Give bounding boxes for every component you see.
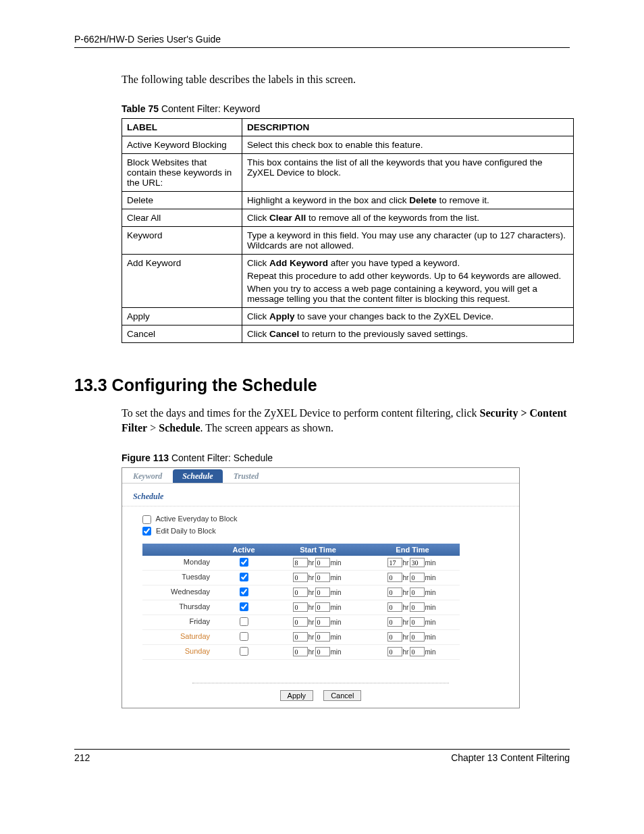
tab-schedule[interactable]: Schedule	[173, 469, 222, 483]
minute-input[interactable]	[315, 602, 330, 612]
cell-description: Click Apply to save your changes back to…	[242, 308, 574, 325]
table-caption-rest: Content Filter: Keyword	[159, 103, 260, 114]
day-label: Saturday	[142, 630, 217, 644]
section-heading: 13.3 Configuring the Schedule	[74, 375, 570, 395]
minute-input[interactable]	[410, 632, 425, 642]
day-label: Sunday	[142, 645, 217, 659]
day-active-checkbox[interactable]	[240, 558, 248, 567]
minute-input[interactable]	[410, 602, 425, 612]
col-header-start: Start Time	[271, 544, 365, 556]
hour-input[interactable]	[387, 573, 402, 582]
tab-trusted[interactable]: Trusted	[224, 469, 269, 483]
cell-description: This box contains the list of all the ke…	[242, 154, 574, 192]
minute-input[interactable]	[315, 558, 330, 567]
cell-label: Delete	[122, 192, 242, 209]
start-time-cell: hrmin	[271, 600, 365, 615]
minute-input[interactable]	[315, 632, 330, 642]
edit-daily-label[interactable]: Edit Daily to Block	[142, 527, 216, 535]
minute-input[interactable]	[315, 588, 330, 597]
section-body: To set the days and times for the ZyXEL …	[122, 406, 570, 435]
cancel-button[interactable]: Cancel	[323, 690, 361, 701]
cell-description: Type a keyword in this field. You may us…	[242, 227, 574, 255]
chapter-label: Chapter 13 Content Filtering	[451, 752, 570, 763]
hour-input[interactable]	[293, 602, 308, 612]
tab-keyword[interactable]: Keyword	[124, 469, 171, 483]
hour-input[interactable]	[387, 558, 402, 567]
day-active-checkbox[interactable]	[240, 617, 248, 626]
label-description-table: LABEL DESCRIPTION Active Keyword Blockin…	[122, 118, 574, 343]
end-time-cell: hrmin	[365, 585, 460, 600]
schedule-row: Sundayhrminhrmin	[142, 645, 460, 660]
col-header-active: Active	[217, 544, 271, 556]
cell-label: Cancel	[122, 325, 242, 343]
page-number: 212	[74, 752, 90, 763]
col-header-day	[142, 544, 217, 556]
schedule-row: Saturdayhrminhrmin	[142, 630, 460, 645]
table-row: CancelClick Cancel to return to the prev…	[122, 325, 574, 343]
schedule-screenshot: Keyword Schedule Trusted Schedule Active…	[122, 467, 520, 708]
hour-input[interactable]	[293, 647, 308, 656]
cell-description: Select this check box to enable this fea…	[242, 136, 574, 154]
end-time-cell: hrmin	[365, 571, 460, 585]
edit-daily-checkbox[interactable]	[142, 527, 151, 536]
cell-label: Apply	[122, 308, 242, 325]
table-caption: Table 75 Content Filter: Keyword	[122, 103, 570, 114]
day-label: Wednesday	[142, 585, 217, 600]
minute-input[interactable]	[410, 558, 425, 567]
schedule-row: Mondayhrminhrmin	[142, 556, 460, 571]
page-footer: 212 Chapter 13 Content Filtering	[74, 749, 570, 763]
end-time-cell: hrmin	[365, 630, 460, 644]
minute-input[interactable]	[410, 617, 425, 627]
figure-caption-rest: Content Filter: Schedule	[169, 452, 273, 463]
table-row: Active Keyword BlockingSelect this check…	[122, 136, 574, 154]
cell-label: Active Keyword Blocking	[122, 136, 242, 154]
table-row: DeleteHighlight a keyword in the box and…	[122, 192, 574, 209]
cell-label: Keyword	[122, 227, 242, 255]
doc-header: P-662H/HW-D Series User's Guide	[74, 34, 570, 48]
hour-input[interactable]	[293, 573, 308, 582]
cell-label: Add Keyword	[122, 255, 242, 308]
cell-description: Click Clear All to remove all of the key…	[242, 209, 574, 227]
hour-input[interactable]	[293, 588, 308, 597]
minute-input[interactable]	[410, 573, 425, 582]
hour-input[interactable]	[293, 632, 308, 642]
day-active-checkbox[interactable]	[240, 647, 248, 656]
day-active-checkbox[interactable]	[240, 573, 248, 581]
end-time-cell: hrmin	[365, 645, 460, 659]
minute-input[interactable]	[410, 588, 425, 597]
start-time-cell: hrmin	[271, 630, 365, 644]
col-header-end: End Time	[365, 544, 460, 556]
hour-input[interactable]	[387, 617, 402, 627]
hour-input[interactable]	[387, 632, 402, 642]
start-time-cell: hrmin	[271, 571, 365, 585]
hour-input[interactable]	[293, 558, 308, 567]
start-time-cell: hrmin	[271, 615, 365, 629]
schedule-row: Thursdayhrminhrmin	[142, 600, 460, 615]
day-active-checkbox[interactable]	[240, 602, 248, 611]
active-everyday-label[interactable]: Active Everyday to Block	[142, 515, 238, 523]
minute-input[interactable]	[315, 573, 330, 582]
minute-input[interactable]	[410, 647, 425, 656]
hour-input[interactable]	[387, 588, 402, 597]
cell-label: Block Websites that contain these keywor…	[122, 154, 242, 192]
hour-input[interactable]	[387, 647, 402, 656]
start-time-cell: hrmin	[271, 585, 365, 600]
minute-input[interactable]	[315, 617, 330, 627]
minute-input[interactable]	[315, 647, 330, 656]
apply-button[interactable]: Apply	[280, 690, 314, 701]
active-everyday-checkbox[interactable]	[142, 515, 151, 524]
hour-input[interactable]	[293, 617, 308, 627]
table-caption-bold: Table 75	[122, 103, 159, 114]
hour-input[interactable]	[387, 602, 402, 612]
divider	[192, 683, 449, 683]
day-active-checkbox[interactable]	[240, 588, 248, 596]
table-row: Block Websites that contain these keywor…	[122, 154, 574, 192]
panel-section-header: Schedule	[122, 484, 519, 506]
table-row: ApplyClick Apply to save your changes ba…	[122, 308, 574, 325]
schedule-row: Wednesdayhrminhrmin	[142, 585, 460, 600]
start-time-cell: hrmin	[271, 556, 365, 570]
day-active-checkbox[interactable]	[240, 632, 248, 641]
cell-description: Click Add Keyword after you have typed a…	[242, 255, 574, 308]
intro-text: The following table describes the labels…	[122, 74, 570, 86]
figure-caption-bold: Figure 113	[122, 452, 169, 463]
